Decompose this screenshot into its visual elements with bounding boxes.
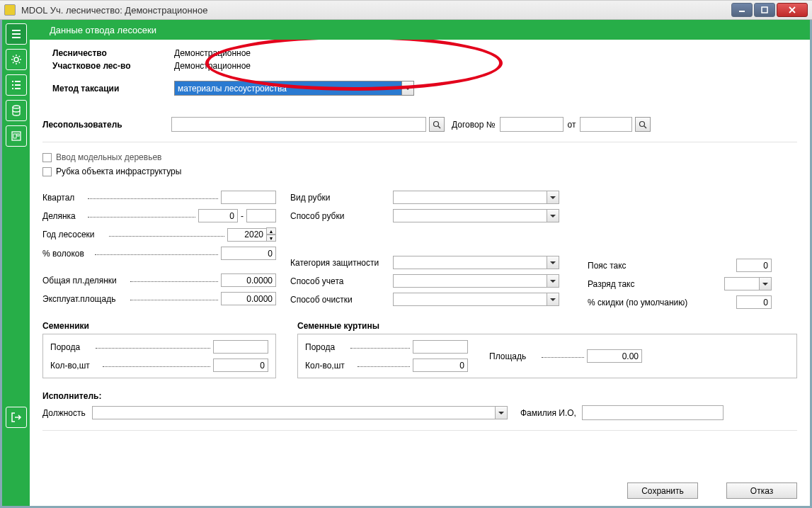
chevron-down-icon[interactable] [547,191,559,204]
semenniki-poroda-input[interactable] [213,340,268,354]
delyanka-label: Делянка [42,211,85,221]
chevron-down-icon[interactable] [496,406,508,419]
discount-input[interactable] [736,295,772,309]
kolvo-label: Кол-во,шт [50,361,100,371]
page-title: Данные отвода лесосеки [50,25,156,35]
contract-input[interactable] [500,117,564,132]
taxrank-label: Разряд такс [588,279,687,289]
poroda-label: Порода [50,342,93,352]
semenniki-box: Порода Кол-во,шт [42,334,276,378]
kurtiny-poroda-input[interactable] [413,340,468,354]
totalarea-label: Общая пл.делянки [42,276,127,286]
gear-icon[interactable] [6,49,27,70]
minimize-button[interactable] [731,3,753,17]
chevron-down-icon[interactable] [547,209,559,222]
explarea-label: Эксплуат.площадь [42,294,127,304]
method-input[interactable] [174,81,402,96]
year-input[interactable] [227,228,267,242]
subforestry-value: Демонстрационное [174,61,251,71]
svg-rect-5 [13,134,16,138]
cuttype-label: Вид рубки [290,193,393,203]
date-input[interactable] [580,117,632,132]
svg-rect-6 [17,134,19,136]
ploshad-label: Площадь [489,351,539,361]
fio-label: Фамилия И.О, [520,408,576,418]
method-label: Метод таксации [52,84,174,94]
protection-combo[interactable] [393,256,559,269]
forestry-value: Демонстрационное [174,48,251,58]
user-search-button[interactable] [429,117,445,132]
chevron-down-icon[interactable] [760,277,772,290]
semenniki-kolvo-input[interactable] [213,359,268,372]
account-label: Способ учета [290,276,393,286]
svg-point-2 [14,57,18,62]
svg-point-8 [640,121,645,126]
menu-icon[interactable] [6,23,27,45]
volok-input[interactable] [221,247,276,260]
totalarea-input[interactable] [221,273,276,287]
infra-check[interactable]: Рубка объекта инфраструктуры [42,166,797,176]
svg-rect-0 [739,11,745,12]
svg-point-3 [13,106,20,108]
discount-label: % скидки (по умолчанию) [588,298,701,307]
cuttype-combo[interactable] [393,191,559,204]
chevron-down-icon[interactable] [402,81,414,96]
cancel-button[interactable]: Отказ [726,482,797,499]
chevron-down-icon[interactable] [547,256,559,269]
cutmethod-label: Способ рубки [290,211,393,221]
svg-rect-1 [762,7,767,13]
executor-title: Исполнитель: [42,391,797,401]
method-combo[interactable] [174,81,414,96]
year-label: Год лесосеки [42,230,106,239]
save-button[interactable]: Сохранить [627,482,698,499]
subforestry-label: Участковое лес-во [52,61,174,71]
kvartal-input[interactable] [221,191,276,204]
kurtiny-box: Порода Кол-во,шт [297,334,797,378]
forestry-label: Лесничество [52,48,174,58]
window-title: МDOL Уч. лесничество: Демонстрационное [21,5,207,16]
app-icon [4,4,16,16]
exit-icon[interactable] [6,407,27,428]
checkbox-icon[interactable] [42,153,52,162]
chevron-down-icon[interactable] [547,274,559,288]
account-combo[interactable] [393,274,559,288]
kurtiny-kolvo-input[interactable] [413,359,468,372]
maximize-button[interactable] [754,3,775,17]
fio-input[interactable] [582,405,724,420]
svg-point-7 [434,121,439,126]
model-trees-check[interactable]: Ввод модельных деревьев [42,152,797,162]
kurtiny-kolvo-label: Кол-во,шт [305,361,355,371]
cutmethod-combo[interactable] [393,209,559,222]
delyanka-input[interactable] [198,209,238,222]
sidebar [2,20,30,506]
taxbelt-input[interactable] [736,259,772,272]
list-icon[interactable] [6,74,27,96]
position-label: Должность [42,408,92,418]
clean-combo[interactable] [393,293,559,306]
layout-icon[interactable] [6,125,27,147]
user-input[interactable] [171,117,426,132]
titlebar: МDOL Уч. лесничество: Демонстрационное [0,0,812,20]
chevron-down-icon[interactable] [547,293,559,306]
kurtiny-poroda-label: Порода [305,342,348,352]
database-icon[interactable] [6,100,27,121]
year-spinner[interactable]: ▲▼ [266,227,276,242]
delyanka-sub-input[interactable] [246,209,276,222]
close-button[interactable] [777,3,808,17]
page-header: Данные отвода лесосеки [30,20,810,40]
semenniki-title: Семенники [42,321,276,331]
ploshad-input[interactable] [587,349,642,363]
protection-label: Категория защитности [290,258,393,268]
checkbox-icon[interactable] [42,167,52,176]
kvartal-label: Квартал [42,193,85,203]
taxbelt-label: Пояс такс [588,261,687,271]
explarea-input[interactable] [221,292,276,305]
from-label: от [568,120,576,130]
position-combo[interactable] [92,406,508,419]
kurtiny-title: Семенные куртины [297,321,797,331]
user-label: Лесопользователь [42,120,171,130]
contract-label: Договор № [452,120,496,130]
date-search-button[interactable] [635,117,651,132]
taxrank-combo[interactable] [724,277,772,290]
volok-label: % волоков [42,249,92,259]
